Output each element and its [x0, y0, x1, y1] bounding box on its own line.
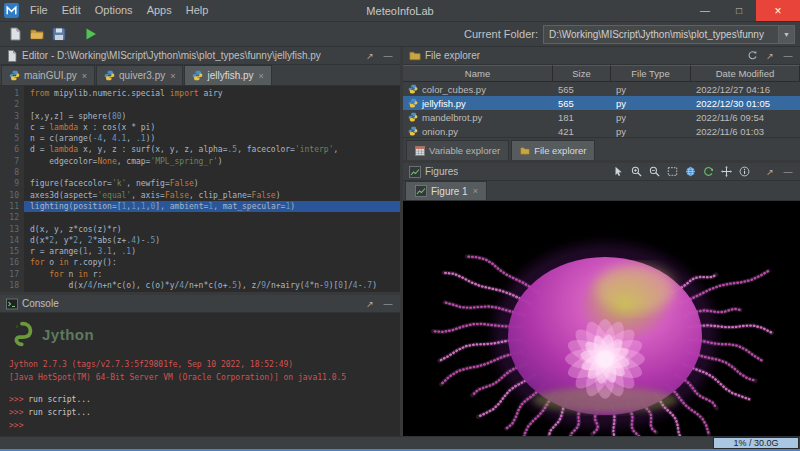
dock-tab-label: Variable explorer: [429, 145, 500, 156]
code-line-14[interactable]: 14d(x*2, y*2, 2*abs(z+.4)-.5): [0, 235, 400, 246]
code-line-11[interactable]: 11lighting(position=[1,1,1,0], ambient=1…: [0, 201, 400, 212]
close-button[interactable]: ×: [756, 0, 800, 21]
python-file-icon[interactable]: [408, 126, 418, 136]
file-row-color_cubes.py[interactable]: color_cubes.py565py2022/12/27 04:16: [403, 82, 800, 96]
code-line-13[interactable]: 13d(x, y, z*cos(z)*r): [0, 224, 400, 235]
figures-header-icons: ↗—: [763, 165, 795, 179]
editor-tab-jellyfish.py[interactable]: jellyfish.py×: [184, 65, 271, 85]
float-icon[interactable]: ↗: [363, 297, 377, 311]
pan-icon[interactable]: [719, 165, 733, 179]
rotate-3d-icon[interactable]: [701, 165, 715, 179]
close-tab-icon[interactable]: ×: [82, 71, 87, 81]
file-row-onion.py[interactable]: onion.py421py2022/11/6 01:03: [403, 124, 800, 137]
maximize-icon: □: [736, 5, 742, 16]
float-icon[interactable]: ↗: [363, 49, 377, 63]
python-file-icon[interactable]: [192, 70, 203, 81]
full-extent-icon[interactable]: [665, 165, 679, 179]
editor-tabbar: mainGUI.py×quiver3.py×jellyfish.py×: [0, 65, 400, 86]
code-line-7[interactable]: 7 edgecolor=None, cmap='MPL_spring_r'): [0, 156, 400, 167]
float-icon[interactable]: ↗: [763, 165, 777, 179]
file-cell: 565: [553, 84, 611, 95]
code-line-8[interactable]: 8: [0, 167, 400, 178]
close-figure-icon[interactable]: ×: [473, 186, 478, 196]
code-line-4[interactable]: 4c = lambda x : cos(x * pi): [0, 122, 400, 133]
current-folder-combobox[interactable]: D:\Working\MIScript\Jython\mis\plot_type…: [543, 25, 795, 44]
python-file-icon[interactable]: [408, 84, 418, 94]
close-tab-icon[interactable]: ×: [259, 71, 264, 81]
code-line-3[interactable]: 3[x,y,z] = sphere(80): [0, 111, 400, 122]
python-file-icon[interactable]: [9, 70, 20, 81]
minimize-icon[interactable]: —: [381, 49, 395, 63]
file-cell: py: [611, 112, 691, 123]
menu-file[interactable]: File: [23, 0, 55, 21]
new-file-icon[interactable]: [5, 25, 24, 44]
maximize-button[interactable]: □: [722, 0, 756, 21]
editor-tab-mainGUI.py[interactable]: mainGUI.py×: [1, 65, 95, 85]
column-header-file-type[interactable]: File Type: [611, 65, 691, 82]
zoom-in-icon[interactable]: [629, 165, 643, 179]
figure-tab[interactable]: Figure 1 ×: [405, 181, 487, 200]
line-number: 14: [0, 235, 24, 246]
minimize-icon[interactable]: —: [381, 297, 395, 311]
main-toolbar-icons: [5, 25, 99, 44]
code-area[interactable]: 1from mipylib.numeric.special import air…: [0, 86, 400, 292]
code-line-6[interactable]: 6d = lambda x, y, z : surf(x, y, z, alph…: [0, 144, 400, 155]
menu-apps[interactable]: Apps: [140, 0, 179, 21]
code-line-5[interactable]: 5n = c(arange(-4, 4.1, .1)): [0, 133, 400, 144]
menu-options[interactable]: Options: [88, 0, 140, 21]
console-banner-line: [Java HotSpot(TM) 64-Bit Server VM (Orac…: [9, 371, 391, 384]
code-line-2[interactable]: 2: [0, 99, 400, 110]
file-row-mandelbrot.py[interactable]: mandelbrot.py181py2022/11/6 09:54: [403, 110, 800, 124]
memory-indicator[interactable]: 1% / 30.0G: [713, 437, 799, 449]
console-banner-line: Jython 2.7.3 (tags/v2.7.3:5f29801fe, Sep…: [9, 358, 391, 371]
save-icon[interactable]: [49, 25, 68, 44]
menu-edit[interactable]: Edit: [55, 0, 88, 21]
float-icon[interactable]: ↗: [763, 49, 777, 63]
code-line-10[interactable]: 10axes3d(aspect='equal', axis=False, cli…: [0, 190, 400, 201]
column-header-size[interactable]: Size: [553, 65, 611, 82]
code-line-15[interactable]: 15r = arange(1, 3.1, .1): [0, 246, 400, 257]
code-line-9[interactable]: 9figure(facecolor='k', newfig=False): [0, 178, 400, 189]
code-line-16[interactable]: 16for o in r.copy():: [0, 257, 400, 268]
minimize-button[interactable]: —: [688, 0, 722, 21]
file-row-jellyfish.py[interactable]: jellyfish.py565py2022/12/30 01:05: [403, 96, 800, 110]
column-header-date-modified[interactable]: Date Modified: [691, 65, 800, 82]
dock-tab-variable-explorer[interactable]: Variable explorer: [406, 140, 509, 160]
python-file-icon[interactable]: [408, 98, 418, 108]
column-header-name[interactable]: Name: [403, 65, 553, 82]
minimize-icon[interactable]: —: [781, 49, 795, 63]
pointer-icon[interactable]: [611, 165, 625, 179]
var-grid-icon[interactable]: [415, 146, 425, 156]
file-cell: 2022/11/6 09:54: [691, 112, 800, 123]
zoom-out-icon[interactable]: [647, 165, 661, 179]
line-number: 6: [0, 144, 24, 155]
code-line-18[interactable]: 18 d(x/4/n+n*c(o), c(o)*y/4/n+n*c(o+.5),…: [0, 280, 400, 291]
folder-small-icon[interactable]: [520, 146, 530, 156]
open-folder-icon[interactable]: [27, 25, 46, 44]
chevron-down-icon[interactable]: ▼: [778, 26, 794, 43]
figure-canvas[interactable]: [403, 201, 800, 436]
code-line-12[interactable]: 12: [0, 212, 400, 223]
minimize-icon[interactable]: —: [781, 165, 795, 179]
figures-panel: Figures ↗— Figure 1 ×: [403, 163, 800, 436]
line-number: 9: [0, 178, 24, 189]
run-icon[interactable]: [80, 25, 99, 44]
console-header-icons: ↗—: [363, 297, 395, 311]
code-line-1[interactable]: 1from mipylib.numeric.special import air…: [0, 88, 400, 99]
code-text: for n in r:: [24, 269, 400, 280]
dock-tab-file-explorer[interactable]: File explorer: [511, 140, 595, 160]
titlebar[interactable]: FileEditOptionsAppsHelp MeteoInfoLab — □…: [0, 0, 800, 22]
globe-icon[interactable]: [683, 165, 697, 179]
python-file-icon[interactable]: [104, 70, 115, 81]
close-tab-icon[interactable]: ×: [170, 71, 175, 81]
console-output[interactable]: Jython Jython 2.7.3 (tags/v2.7.3:5f29801…: [0, 313, 400, 436]
refresh-icon[interactable]: [745, 49, 759, 63]
python-file-icon[interactable]: [408, 112, 418, 122]
jython-logo: Jython: [9, 318, 391, 350]
file-type: py: [616, 84, 626, 95]
identify-icon[interactable]: [737, 165, 751, 179]
jellyfish-plot[interactable]: [403, 201, 800, 436]
menu-help[interactable]: Help: [179, 0, 216, 21]
editor-tab-quiver3.py[interactable]: quiver3.py×: [96, 65, 183, 85]
code-line-17[interactable]: 17 for n in r:: [0, 269, 400, 280]
